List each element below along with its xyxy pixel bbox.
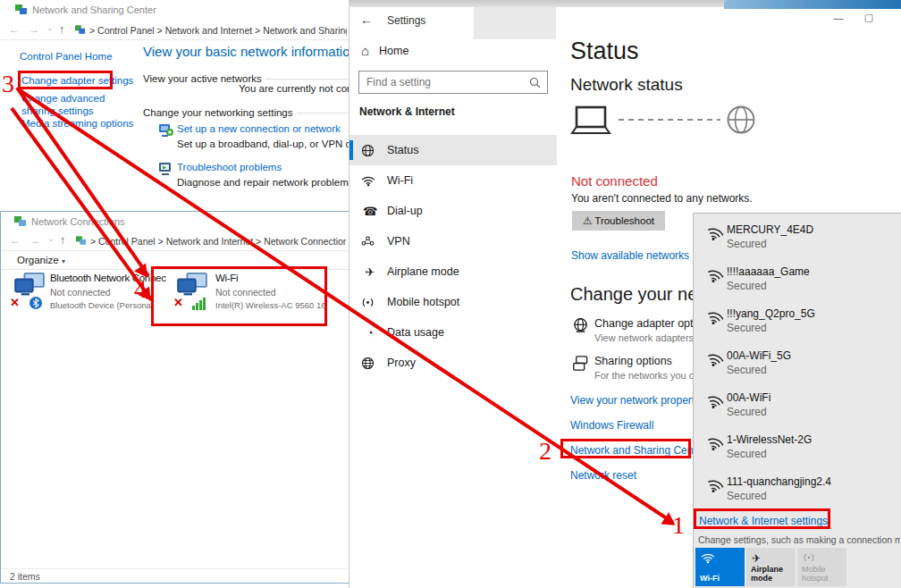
network-security: Secured: [727, 238, 767, 250]
maximize-button[interactable]: ▢: [855, 12, 882, 23]
sidebar-media-streaming[interactable]: Media streaming options: [21, 118, 133, 129]
sidebar-item-status[interactable]: Status: [349, 135, 557, 165]
setup-connection-desc: Set up a broadband, dial-up, or VPN conn…: [177, 139, 349, 149]
forward-icon[interactable]: →: [29, 234, 40, 247]
sidebar-change-advanced-sharing[interactable]: Change advanced sharing settings: [21, 92, 138, 117]
sidebar-item-wifi[interactable]: Wi-Fi: [349, 165, 557, 196]
adapter-wifi[interactable]: ✕ Wi-Fi Not connected Intel(R) Wireless-…: [169, 269, 328, 328]
dialup-icon: ☎: [361, 205, 379, 218]
search-icon[interactable]: [529, 77, 541, 88]
wifi-network-item[interactable]: !!!!aaaaaa_Game Secured: [694, 263, 901, 305]
crumb-network-internet[interactable]: Network and Internet: [166, 236, 253, 247]
up-icon[interactable]: ↑: [60, 234, 65, 247]
hotspot-icon: [361, 297, 379, 308]
crumb-network-sharing-center[interactable]: Network and Sharing Center: [263, 25, 347, 36]
back-icon[interactable]: ←: [360, 13, 373, 27]
breadcrumb[interactable]: > Control Panel > Network and Internet >…: [89, 25, 347, 36]
back-icon[interactable]: ←: [10, 234, 21, 247]
history-dropdown-icon[interactable]: ⌄: [47, 234, 55, 243]
network-sharing-center-link[interactable]: Network and Sharing Center: [570, 444, 705, 457]
sidebar-item-home[interactable]: ⌂ Home: [361, 43, 408, 58]
show-available-networks-link[interactable]: Show available networks: [571, 249, 689, 262]
wifi-network-item[interactable]: 111-quanchangjing2.4 Secured: [694, 473, 901, 515]
wifi-icon: [704, 224, 726, 244]
close-button[interactable]: ✕: [893, 13, 901, 24]
error-x-icon: ✕: [173, 296, 183, 309]
breadcrumb[interactable]: > Control Panel > Network and Internet >…: [90, 236, 346, 247]
back-icon[interactable]: ←: [9, 23, 20, 36]
adapter-bluetooth[interactable]: ✕ Bluetooth Network Connection Not conne…: [8, 269, 167, 328]
up-icon[interactable]: ↑: [59, 23, 64, 36]
adapter-options-icon: [572, 317, 589, 334]
hotspot-icon: [803, 552, 815, 563]
sidebar-section-header: Network & Internet: [359, 105, 455, 118]
window-title: Network Connections: [31, 216, 255, 227]
sidebar-item-vpn[interactable]: VPN: [349, 226, 557, 256]
sharing-options[interactable]: Sharing options: [594, 355, 672, 367]
wifi-network-item[interactable]: 1-WirelessNet-2G Secured: [694, 431, 901, 473]
network-security: Secured: [727, 280, 767, 292]
network-connections-window: Network Connections ← → ⌄ ↑ > Control Pa…: [0, 211, 349, 584]
adapter-monitors-icon: [13, 273, 46, 298]
wifi-network-item[interactable]: 00A-WiFi Secured: [694, 389, 901, 431]
windows-firewall-link[interactable]: Windows Firewall: [570, 419, 653, 432]
sidebar-item-datausage[interactable]: ◔ Data usage: [349, 317, 557, 348]
wifi-flyout: MERCURY_4E4D Secured !!!!aaaaaa_Game Sec…: [693, 213, 901, 588]
organize-menu[interactable]: Organize ▾: [17, 255, 65, 265]
network-name: 111-quanchangjing2.4: [727, 475, 831, 488]
sharing-options-desc: For the networks you conn: [594, 370, 695, 381]
crumb-sep: >: [89, 25, 95, 36]
sidebar-item-airplane[interactable]: ✈ Airplane mode: [349, 256, 557, 287]
crumb-control-panel[interactable]: Control Panel: [98, 236, 156, 247]
network-reset-link[interactable]: Network reset: [570, 469, 636, 482]
new-connection-icon: [157, 122, 173, 138]
not-connected-desc: You aren't connected to any networks.: [571, 192, 753, 205]
background-window-top-strip: [349, 0, 726, 7]
wifi-network-item[interactable]: MERCURY_4E4D Secured: [694, 221, 901, 263]
background-browser-titlebar-strip: [724, 0, 901, 9]
wifi-icon: [704, 476, 726, 496]
sidebar-item-hotspot[interactable]: Mobile hotspot: [349, 287, 557, 317]
history-dropdown-icon[interactable]: ⌄: [46, 23, 54, 32]
setup-connection-link[interactable]: Set up a new connection or network: [177, 123, 341, 134]
crumb-network-connections[interactable]: Network Connections: [264, 236, 346, 247]
adapter-device: Bluetooth Device (Persona: [50, 300, 166, 310]
search-input[interactable]: [359, 76, 529, 88]
tile-label: Wi-Fi: [700, 574, 720, 583]
wifi-toggle-tile[interactable]: Wi-Fi: [695, 548, 745, 586]
nsc-heading: View your basic network information and …: [143, 44, 349, 59]
minimize-button[interactable]: —: [825, 13, 852, 23]
sidebar-control-panel-home[interactable]: Control Panel Home: [20, 51, 113, 62]
crumb-sep: >: [158, 236, 164, 247]
error-x-icon: ✕: [10, 296, 20, 309]
item-count: 2 items: [10, 571, 40, 582]
wifi-network-item[interactable]: !!!yang_Q2pro_5G Secured: [694, 305, 901, 347]
mobile-hotspot-tile[interactable]: Mobile hotspot: [797, 548, 846, 586]
forward-icon[interactable]: →: [29, 23, 39, 36]
crumb-control-panel[interactable]: Control Panel: [97, 25, 155, 36]
crumb-network-internet[interactable]: Network and Internet: [165, 25, 252, 36]
wifi-icon: [704, 308, 726, 328]
crumb-sep: >: [255, 25, 260, 36]
wifi-icon: [361, 175, 379, 187]
wifi-network-item[interactable]: 00A-WiFi_5G Secured: [694, 347, 901, 389]
network-internet-settings-link[interactable]: Network & Internet settings: [699, 515, 828, 527]
troubleshoot-problems-link[interactable]: Troubleshoot problems: [177, 162, 282, 172]
page-title: Status: [570, 38, 639, 65]
sidebar-item-proxy[interactable]: Proxy: [349, 348, 557, 378]
adapter-name: Wi-Fi: [215, 273, 326, 283]
network-status-heading: Network status: [570, 75, 683, 95]
view-network-properties-link[interactable]: View your network properties: [570, 394, 709, 407]
change-adapter-options-desc: View network adapters and: [594, 332, 695, 343]
desktop: Network and Sharing Center ← → ⌄ ↑ > Con…: [0, 0, 901, 588]
airplane-icon: ✈: [752, 552, 761, 565]
search-box[interactable]: [358, 71, 548, 94]
flyout-caption: Change settings, such as making a connec…: [698, 534, 900, 545]
network-name: !!!!aaaaaa_Game: [727, 265, 810, 278]
airplane-mode-tile[interactable]: ✈ Airplane mode: [746, 548, 796, 586]
sidebar-item-dialup[interactable]: ☎ Dial-up: [349, 196, 557, 226]
sidebar-change-adapter-settings[interactable]: Change adapter settings: [21, 75, 133, 86]
nav-bar: ← → ⌄ ↑ > Control Panel > Network and In…: [1, 231, 349, 251]
network-name: 00A-WiFi_5G: [727, 349, 791, 362]
troubleshoot-button[interactable]: ⚠ Troubleshoot: [572, 211, 665, 231]
